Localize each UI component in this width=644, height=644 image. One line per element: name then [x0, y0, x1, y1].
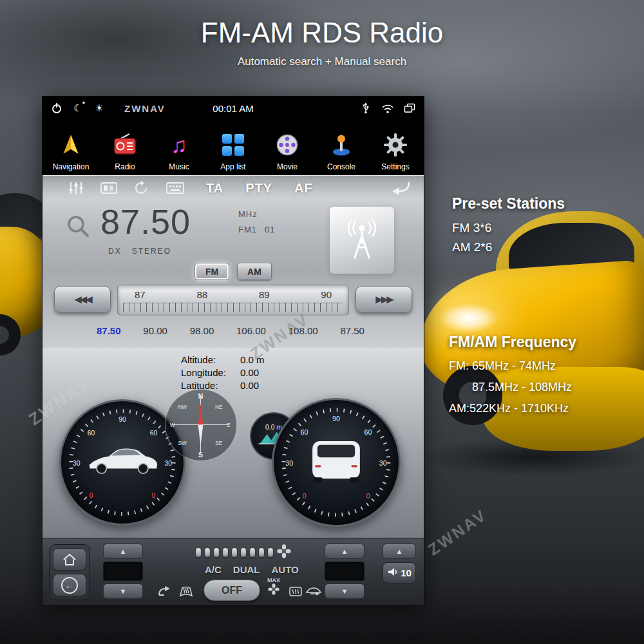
volume-level: 10 — [401, 567, 412, 578]
compass-label: S — [198, 451, 203, 459]
temp-up-button[interactable]: ▲ — [325, 544, 365, 559]
brightness-icon[interactable]: ☀ — [93, 102, 106, 115]
preset-station[interactable]: 106.00 — [236, 325, 266, 336]
statusbar-left: ☾ ★ ☀ ZWNAV — [50, 102, 166, 115]
frequency-range-note: FM/AM Frequency FM: 65MHz - 74MHz 87.5MH… — [449, 334, 576, 423]
radio-app-panel: TA PTY AF 87.50 MHz FM1 01 — [43, 175, 424, 348]
longitude-value: 0.00 — [240, 367, 259, 378]
dual-button[interactable]: DUAL — [233, 564, 260, 575]
driver-temp-stepper: ▲ ▼ — [103, 544, 143, 599]
compass-label: SE — [215, 440, 223, 446]
home-button[interactable] — [53, 548, 86, 571]
fan-dot — [232, 548, 237, 557]
temp-display — [103, 562, 143, 581]
volume-up-button[interactable]: ▲ — [383, 544, 416, 559]
app-movie[interactable]: Movie — [260, 122, 314, 171]
longitude-row: Longitude: 0.00 — [181, 367, 285, 378]
note-line: FM: 65MHz - 74MHz — [449, 359, 576, 373]
compass-widget: N NE E SE S SW W NW — [165, 389, 237, 461]
sedan-silhouette — [90, 448, 157, 473]
af-button[interactable]: AF — [294, 181, 313, 196]
fan-speed-indicator[interactable] — [196, 544, 291, 561]
climate-control-bar: ← ▲ ▼ — [43, 538, 424, 605]
gauge-tick-label: 30 — [285, 459, 293, 467]
fan-dot — [205, 548, 210, 557]
fan-icon[interactable] — [277, 544, 291, 561]
music-note-icon: ♫ — [171, 130, 187, 160]
dx-label: DX — [108, 247, 122, 256]
seek-up-button[interactable]: ▶▶▶ — [355, 286, 412, 313]
longitude-label: Longitude: — [181, 367, 240, 378]
ac-button[interactable]: A/C — [205, 564, 222, 575]
tuning-scale[interactable]: 87 88 89 90 — [117, 285, 349, 316]
preset-station[interactable]: 98.00 — [190, 325, 214, 336]
gauge-tick-label: 0 — [366, 492, 370, 500]
scale-number: 89 — [259, 289, 270, 300]
temp-up-button[interactable]: ▲ — [103, 544, 143, 559]
temp-down-button[interactable]: ▼ — [103, 583, 143, 599]
dashboard-section: Altitude: 0.0 m Longitude: 0.00 Latitude… — [43, 348, 424, 538]
recirculation-icon[interactable] — [305, 585, 322, 596]
preset-station[interactable]: 108.00 — [289, 325, 318, 336]
search-icon[interactable] — [64, 213, 91, 243]
preset-memory-icon[interactable] — [100, 181, 117, 195]
preset-station[interactable]: 87.50 — [340, 325, 365, 336]
eq-sliders-icon[interactable] — [68, 181, 84, 195]
night-mode-icon[interactable]: ☾ ★ — [71, 102, 84, 115]
compass-label: NW — [178, 404, 187, 410]
windshield-defrost-icon[interactable] — [178, 584, 194, 600]
page-subtitle: Automatic search + Manual search — [0, 55, 644, 68]
temp-down-button[interactable]: ▼ — [325, 583, 365, 599]
gauge-tick-label: 0 — [90, 492, 93, 499]
vent-mode-icons — [157, 583, 194, 600]
keyboard-icon[interactable] — [166, 182, 184, 194]
gauge-tick-label: 0 — [303, 492, 307, 500]
climate-off-button[interactable]: OFF — [204, 580, 260, 601]
app-radio[interactable]: Radio — [98, 122, 152, 171]
altitude-row: Altitude: 0.0 m — [181, 354, 285, 365]
am-band-button[interactable]: AM — [237, 263, 272, 280]
app-navigation[interactable]: Navigation — [44, 122, 98, 171]
note-title: Pre-set Stations — [452, 195, 565, 213]
gauge-tick-label: 30 — [164, 460, 172, 467]
fan-dot — [268, 548, 273, 557]
back-button[interactable]: ← — [53, 574, 86, 596]
auto-button[interactable]: AUTO — [272, 564, 299, 575]
app-music[interactable]: ♫ Music — [152, 122, 206, 171]
app-settings[interactable]: Settings — [368, 122, 422, 171]
joystick-icon — [329, 130, 354, 160]
rear-defrost-icon[interactable] — [289, 585, 303, 598]
note-line: FM 3*6 — [452, 221, 565, 235]
volume-button[interactable]: 10 — [383, 562, 416, 583]
gauge-tick-label: 60 — [88, 430, 95, 437]
note-line: AM 2*6 — [452, 240, 565, 254]
preset-station[interactable]: 87.50 — [97, 325, 121, 336]
channel-number: 01 — [265, 225, 275, 234]
pty-button[interactable]: PTY — [245, 181, 272, 196]
max-defrost-button[interactable]: MAX — [267, 577, 280, 595]
product-image: FM-AM RDS Radio Automatic search + Manua… — [0, 0, 644, 644]
app-label: Movie — [277, 162, 298, 171]
air-direction-icon[interactable] — [157, 583, 173, 600]
film-reel-icon — [275, 130, 299, 160]
ta-button[interactable]: TA — [206, 181, 223, 196]
moon-glyph: ☾ — [73, 102, 82, 114]
app-label: Navigation — [53, 162, 90, 171]
statusbar-right — [359, 102, 416, 115]
scale-number: 90 — [321, 289, 332, 300]
settings-gear-icon — [383, 130, 408, 160]
recent-windows-icon[interactable] — [403, 102, 416, 115]
wifi-icon[interactable] — [381, 102, 394, 115]
preset-station[interactable]: 90.00 — [143, 325, 167, 336]
return-icon[interactable] — [392, 180, 412, 196]
car-headlight — [438, 303, 499, 334]
compass-label: W — [170, 422, 175, 428]
app-console[interactable]: Console — [314, 122, 368, 171]
fan-dot — [241, 548, 246, 557]
app-applist[interactable]: App list — [206, 122, 260, 171]
scan-rotate-icon[interactable] — [134, 181, 149, 195]
power-icon[interactable] — [50, 102, 63, 115]
fm-band-button[interactable]: FM — [194, 263, 229, 280]
seek-down-button[interactable]: ◀◀◀ — [54, 286, 111, 313]
current-frequency: 87.50 — [100, 204, 191, 239]
